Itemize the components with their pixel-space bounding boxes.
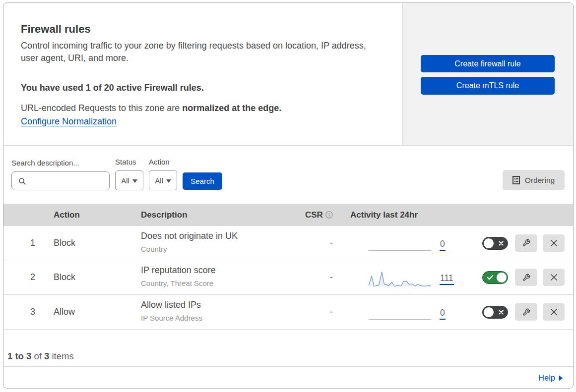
- activity-count-link[interactable]: 0: [440, 240, 446, 251]
- wrench-icon: [522, 239, 530, 247]
- header-action: Action: [54, 210, 141, 220]
- rule-action: Allow: [54, 307, 141, 317]
- wrench-icon: [522, 308, 530, 316]
- search-label: Search description...: [11, 159, 110, 167]
- status-select-value: All: [121, 176, 129, 185]
- toggle-x-icon: [499, 310, 504, 315]
- close-icon: [550, 308, 558, 316]
- rule-priority: 1: [3, 238, 54, 248]
- activity-sparkline: [369, 271, 432, 287]
- close-icon: [550, 239, 558, 247]
- page-description: Control incoming traffic to your zone by…: [21, 40, 374, 64]
- rule-criteria: Country, Threat Score: [141, 279, 305, 287]
- search-field: Search description...: [11, 159, 110, 190]
- search-icon: [18, 177, 26, 185]
- configure-normalization-link[interactable]: Configure Normalization: [21, 115, 117, 128]
- chevron-down-icon: [132, 179, 137, 183]
- rule-enabled-toggle[interactable]: [482, 237, 508, 250]
- firewall-rule-row: 2BlockIP reputation scoreCountry, Threat…: [3, 260, 573, 295]
- info-icon[interactable]: [325, 211, 333, 219]
- rule-description: Allow listed IPs: [141, 300, 305, 310]
- rule-enabled-toggle[interactable]: [482, 306, 508, 319]
- action-field: Action All: [149, 158, 177, 190]
- toggle-state-mark: [487, 275, 493, 280]
- card-footer: Help: [3, 367, 573, 389]
- rule-csr: -: [305, 238, 350, 248]
- header-description: Description: [141, 210, 305, 220]
- rule-action: Block: [54, 238, 141, 248]
- rule-activity-cell: 0: [350, 295, 482, 329]
- rule-action: Block: [54, 272, 141, 282]
- help-arrow-icon: [559, 375, 563, 381]
- rule-description-cell: Does not originate in UKCountry: [141, 231, 305, 253]
- rule-priority: 3: [3, 307, 54, 317]
- delete-rule-button[interactable]: [543, 234, 565, 252]
- create-firewall-rule-button[interactable]: Create firewall rule: [421, 55, 555, 72]
- rule-criteria: Country: [141, 245, 305, 253]
- activity-count-link[interactable]: 0: [440, 309, 446, 320]
- status-select[interactable]: All: [115, 170, 143, 190]
- actions-panel: Create firewall rule Create mTLS rule: [402, 3, 573, 145]
- rule-description: IP reputation score: [141, 265, 305, 276]
- pagination-range: 1 to 3: [7, 351, 31, 361]
- pagination: 1 to 3 of 3 items: [3, 330, 573, 367]
- wrench-icon: [522, 274, 530, 281]
- pagination-total: 3: [44, 351, 49, 361]
- edit-rule-button[interactable]: [515, 303, 537, 321]
- rule-activity-cell: 0: [350, 226, 482, 260]
- toggle-knob: [496, 272, 507, 283]
- table-header-row: Action Description CSR Activity last 24h…: [3, 204, 573, 226]
- help-link-label: Help: [538, 373, 555, 383]
- toggle-x-icon: [499, 241, 504, 246]
- ordering-list-icon: [512, 176, 520, 184]
- close-icon: [550, 274, 558, 281]
- header-text-block: Firewall rules Control incoming traffic …: [3, 3, 402, 145]
- search-button[interactable]: Search: [183, 172, 222, 190]
- action-select[interactable]: All: [149, 170, 177, 190]
- delete-rule-button[interactable]: [543, 269, 565, 286]
- pagination-items: items: [52, 351, 73, 361]
- card-header: Firewall rules Control incoming traffic …: [3, 3, 573, 146]
- firewall-rules-card: Firewall rules Control incoming traffic …: [3, 2, 574, 389]
- usage-summary: You have used 1 of 20 active Firewall ru…: [21, 82, 383, 94]
- rule-description: Does not originate in UK: [141, 231, 305, 241]
- rule-csr: -: [305, 307, 350, 317]
- firewall-rule-row: 3AllowAllow listed IPsIP Source Address-…: [3, 295, 573, 330]
- edit-rule-button[interactable]: [515, 269, 537, 286]
- rule-description-cell: Allow listed IPsIP Source Address: [141, 300, 305, 322]
- rule-priority: 2: [3, 272, 54, 282]
- rule-criteria: IP Source Address: [141, 314, 305, 322]
- search-input-box: [11, 171, 110, 190]
- header-activity: Activity last 24hr: [350, 210, 482, 220]
- header-csr-label: CSR: [305, 210, 323, 220]
- rule-enabled-toggle[interactable]: [482, 271, 508, 284]
- delete-rule-button[interactable]: [543, 303, 565, 321]
- header-csr: CSR: [305, 210, 350, 220]
- normalization-note: URL-encoded Requests to this zone are no…: [21, 102, 383, 114]
- action-label: Action: [149, 158, 177, 166]
- filter-bar: Search description... Status All Action …: [3, 146, 573, 204]
- toggle-check-icon: [487, 275, 493, 280]
- rule-description-cell: IP reputation scoreCountry, Threat Score: [141, 265, 305, 287]
- edit-rule-button[interactable]: [515, 234, 537, 252]
- ordering-button-label: Ordering: [525, 176, 555, 185]
- search-input[interactable]: [29, 172, 108, 189]
- action-select-value: All: [155, 176, 163, 185]
- page-title: Firewall rules: [21, 23, 383, 36]
- pagination-of: of: [34, 351, 41, 361]
- activity-flatline: [369, 319, 431, 320]
- toggle-state-mark: [499, 310, 504, 315]
- status-field: Status All: [115, 158, 143, 190]
- ordering-button[interactable]: Ordering: [503, 170, 565, 190]
- toggle-state-mark: [499, 241, 504, 246]
- rule-csr: -: [305, 272, 350, 282]
- help-link[interactable]: Help: [538, 373, 563, 383]
- status-label: Status: [115, 158, 143, 166]
- toggle-knob: [483, 238, 494, 249]
- normalization-note-bold: normalized at the edge.: [182, 103, 281, 113]
- activity-count-link[interactable]: 111: [440, 275, 454, 285]
- firewall-rule-row: 1BlockDoes not originate in UKCountry-0: [3, 226, 573, 260]
- table-body: 1BlockDoes not originate in UKCountry-02…: [3, 226, 573, 330]
- create-mtls-rule-button[interactable]: Create mTLS rule: [421, 77, 555, 95]
- rule-activity-cell: 111: [350, 260, 482, 294]
